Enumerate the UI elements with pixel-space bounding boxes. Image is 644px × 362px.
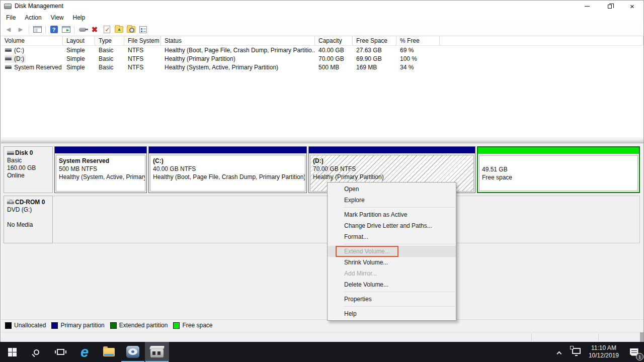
start-button[interactable] [0, 342, 24, 362]
menu-item-change-drive-letter[interactable]: Change Drive Letter and Paths... [328, 220, 456, 231]
volume-drive-icon [5, 48, 12, 52]
toolbar-separator [45, 26, 46, 34]
legend-primary-partition: Primary partition [51, 322, 104, 329]
partition-free-space[interactable]: 49.51 GB Free space [477, 146, 640, 193]
hidden-icons-button[interactable] [553, 347, 568, 356]
menubar: File Action View Help [1, 12, 643, 23]
legend-unallocated: Unallocated [5, 322, 46, 329]
col-type[interactable]: Type [95, 36, 124, 45]
menu-item-mark-partition-active[interactable]: Mark Partition as Active [328, 209, 456, 220]
app-drive-icon [4, 4, 12, 9]
forward-arrow-icon[interactable]: ► [15, 25, 26, 35]
volume-list: Volume Layout Type File System Status Ca… [1, 36, 643, 138]
restore-button[interactable] [598, 1, 621, 12]
statusbar-divider [598, 333, 599, 341]
menu-file[interactable]: File [2, 13, 20, 23]
notification-badge: 1 [636, 353, 643, 360]
back-arrow-icon[interactable]: ◄ [3, 25, 14, 35]
table-row-c[interactable]: (C:) Simple Basic NTFS Healthy (Boot, Pa… [1, 46, 643, 54]
disk-management-icon [150, 349, 164, 357]
free-space-bar [478, 147, 639, 154]
file-explorer-button[interactable] [97, 342, 121, 362]
chevron-up-icon [557, 351, 562, 356]
check-disk-icon[interactable] [101, 25, 112, 35]
disk0-label-panel[interactable]: Disk 0 Basic 160.00 GB Online [4, 146, 53, 193]
resize-grip[interactable] [640, 332, 643, 342]
menu-separator [344, 306, 455, 307]
minimize-icon [585, 6, 590, 7]
menu-item-extend-volume[interactable]: Extend Volume... [328, 246, 456, 257]
col-status[interactable]: Status [161, 36, 315, 45]
taskbar: e 11:10 AM 10/12/2019 1 [0, 342, 644, 362]
cdrom-icon [7, 199, 14, 204]
primary-partition-bar [149, 147, 306, 153]
tool-icon[interactable] [77, 25, 88, 35]
minimize-button[interactable] [576, 1, 598, 12]
network-icon[interactable] [572, 348, 581, 354]
disk0-row: Disk 0 Basic 160.00 GB Online System Res… [4, 146, 640, 193]
task-view-icon [57, 349, 64, 355]
clock-time: 11:10 AM [589, 344, 619, 352]
table-row-system-reserved[interactable]: System Reserved Simple Basic NTFS Health… [1, 63, 643, 71]
close-icon: × [630, 3, 634, 10]
col-file-system[interactable]: File System [124, 36, 161, 45]
table-row-d[interactable]: (D:) Simple Basic NTFS Healthy (Primary … [1, 54, 643, 63]
col-free-space[interactable]: Free Space [353, 36, 396, 45]
col-volume[interactable]: Volume [1, 36, 63, 45]
properties-list-icon[interactable] [137, 25, 148, 35]
restore-icon [608, 5, 612, 9]
menu-separator [344, 292, 455, 292]
volume-drive-icon [5, 65, 12, 69]
legend-extended-partition: Extended partition [110, 322, 168, 329]
menu-item-delete-volume[interactable]: Delete Volume... [328, 279, 456, 290]
taskbar-clock[interactable]: 11:10 AM 10/12/2019 [587, 344, 624, 359]
menu-separator [344, 244, 455, 244]
menu-help[interactable]: Help [68, 13, 90, 23]
col-capacity[interactable]: Capacity [315, 36, 353, 45]
menu-item-help[interactable]: Help [328, 308, 456, 319]
legend-free-space: Free space [173, 322, 212, 329]
delete-icon[interactable]: ✖ [89, 25, 100, 35]
open-folder-icon[interactable] [113, 25, 124, 35]
disk-tool-button[interactable] [121, 342, 145, 362]
menu-item-explore[interactable]: Explore [328, 195, 456, 206]
menu-item-add-mirror[interactable]: Add Mirror... [328, 268, 456, 279]
internet-explorer-button[interactable]: e [72, 342, 97, 362]
context-menu: Open Explore Mark Partition as Active Ch… [327, 182, 456, 321]
show-action-pane-icon[interactable] [60, 25, 71, 35]
menu-action[interactable]: Action [20, 13, 46, 23]
menu-item-open[interactable]: Open [328, 184, 456, 195]
menu-item-shrink-volume[interactable]: Shrink Volume... [328, 257, 456, 268]
disk-management-button[interactable] [145, 342, 169, 362]
help-icon[interactable]: ? [48, 25, 59, 35]
volume-drive-icon [5, 57, 12, 60]
primary-swatch-icon [51, 322, 58, 329]
toolbar-separator [74, 26, 74, 34]
pane-splitter[interactable] [1, 138, 643, 143]
cdrom-label-panel[interactable]: CD-ROM 0 DVD (G:) No Media [4, 196, 53, 243]
menu-item-format[interactable]: Format... [328, 231, 456, 242]
col-empty [440, 36, 643, 45]
menu-item-properties[interactable]: Properties [328, 294, 456, 305]
status-bar [1, 332, 643, 342]
window-title: Disk Management [15, 3, 63, 10]
action-center-button[interactable]: 1 [624, 342, 644, 362]
primary-partition-bar [55, 147, 146, 153]
partition-c[interactable]: (C:) 40.00 GB NTFS Healthy (Boot, Page F… [148, 146, 307, 193]
legend: Unallocated Primary partition Extended p… [1, 319, 643, 331]
disk-management-window: Disk Management × File Action View Help … [0, 0, 644, 342]
task-view-button[interactable] [48, 342, 72, 362]
find-folder-icon[interactable] [125, 25, 136, 35]
col-pct-free[interactable]: % Free [396, 36, 440, 45]
close-button[interactable]: × [621, 1, 643, 12]
search-icon [34, 349, 39, 355]
menu-separator [344, 207, 455, 208]
windows-logo-icon [8, 348, 17, 356]
partition-system-reserved[interactable]: System Reserved 500 MB NTFS Healthy (Sys… [54, 146, 147, 193]
taskbar-search-button[interactable] [24, 342, 48, 362]
show-console-tree-icon[interactable] [32, 25, 43, 35]
disk-graph-pane: Disk 0 Basic 160.00 GB Online System Res… [1, 143, 643, 332]
menu-view[interactable]: View [46, 13, 68, 23]
col-layout[interactable]: Layout [63, 36, 95, 45]
toolbar-separator [29, 26, 29, 34]
